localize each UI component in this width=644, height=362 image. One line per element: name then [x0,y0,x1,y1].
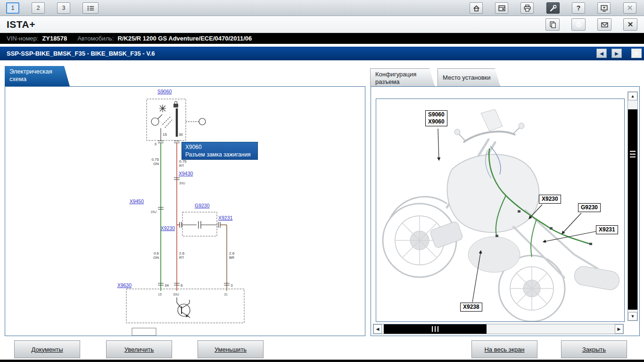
documents-button[interactable]: Документы [14,340,80,358]
close-icon: ✕ [627,20,634,29]
list-icon [87,4,95,12]
scroll-left-button[interactable]: ◀ [373,324,382,334]
tab-installation-location[interactable]: Место установки [438,68,500,86]
schematic-link-x9430[interactable]: X9430 [179,171,193,176]
vehicle-label: Автомобиль: [77,35,114,42]
toggle-view-button[interactable] [597,2,611,14]
arrow-left-icon: ◀ [376,327,380,331]
operations-list-button[interactable] [83,2,99,14]
engine-block [468,237,520,272]
wrench-icon [549,4,557,12]
workflow-tab-1-button[interactable]: 1 [6,2,19,14]
workflow-tab-2-label: 2 [37,5,40,11]
workflow-tab-3-button[interactable]: 3 [57,2,70,14]
schematic-link-s9060[interactable]: S9060 [157,89,172,94]
schematic-link-x9630[interactable]: X9630 [117,282,132,288]
callout-label: S9060 [428,111,445,118]
switch-pin-15: 15 [163,132,167,137]
scroll-right-button[interactable]: ▶ [615,324,623,334]
print-button[interactable] [520,2,534,14]
chevron-right-icon: ▶ [615,51,619,56]
document-title-bar: SSP-SSP-BIKE_BMSK_F35 - BIKE_BMSK_F35 - … [0,47,644,60]
tab-connector-configuration[interactable]: Конфигурация разъема [370,68,435,86]
tab-label: Конфигурация разъема [375,71,416,85]
transistor-symbol [177,297,190,318]
workflow-tab-2-button[interactable]: 2 [32,2,45,14]
callout-label: X9238 [463,304,479,310]
handlebar [463,132,515,142]
close-app-button-disabled[interactable]: ✕ [623,2,636,14]
tooltip-title: X9060 [185,143,254,151]
ista-screen: 1 2 3 [0,0,644,362]
settings-button[interactable] [571,18,586,31]
close-document-button[interactable]: ✕ [631,49,642,58]
service-functions-button[interactable] [546,2,560,14]
wiring-diagram: S9060 15 30 3 [5,87,365,336]
connector-x9231-symbol [218,222,220,228]
schematic-link-x9450[interactable]: X9450 [130,198,144,204]
pin-label: 30U [179,181,185,185]
horizontal-scrollbar-thumb[interactable] [384,324,487,334]
location-image: S9060 X9060 X9230 G9230 X9231 X9238 [376,99,625,322]
callout-x9238[interactable]: X9238 [460,303,482,312]
close-session-button[interactable]: ✕ [623,18,637,31]
exhaust-muffler [573,265,620,291]
mail-icon [601,21,609,29]
zoom-in-button[interactable]: Увеличить [106,340,172,358]
home-button[interactable] [470,2,483,14]
callout-g9230[interactable]: G9230 [578,203,601,212]
close-button[interactable]: Закрыть [561,340,627,358]
pin-label: 3 [231,283,233,288]
vertical-scrollbar-thumb[interactable] [628,109,637,310]
g9230-box [182,212,217,236]
wire-label: BR [229,255,234,260]
vehicle-value: R/K25/R 1200 GS Adventure/ECE/0470/2011/… [117,35,252,42]
workflow-tab-1-label: 1 [11,5,15,11]
zoom-out-button[interactable]: Уменьшить [198,340,264,358]
scroll-down-button[interactable]: ▼ [628,312,637,321]
schematic-link-x9231[interactable]: X9231 [218,215,233,221]
pin-label: 34 [165,283,169,288]
connector-pin-3: 3 [155,142,157,146]
partial-component-box [132,328,156,336]
printer-icon [523,4,531,12]
vin-label: VIN-номер: [7,35,38,42]
arrow-right-icon: ▶ [618,327,621,331]
callout-label: X9231 [599,226,615,233]
gear-icon [575,21,583,29]
switch-pin-30: 30 [179,132,183,137]
callout-x9230[interactable]: X9230 [539,195,561,204]
form-window-icon [498,4,506,12]
app-header: ISTA+ ✕ [0,16,644,33]
callout-label: X9230 [542,196,558,202]
location-panel: S9060 X9060 X9230 G9230 X9231 X9238 ▲ ▼ … [371,86,640,336]
callout-label: G9230 [581,204,598,211]
fuel-tank [447,154,539,232]
app-title: ISTA+ [7,19,35,30]
terminal-label: 30U [173,293,179,296]
close-icon: ✕ [627,4,633,12]
schematic-link-x9230[interactable]: X9230 [161,225,175,231]
callout-label: X9060 [428,118,445,125]
fullscreen-button[interactable]: На весь экран [471,340,537,358]
workflow-tab-3-label: 3 [62,5,66,11]
vehicle-details-button[interactable] [495,2,508,14]
connector-tooltip: X9060 Разъем замка зажигания [182,142,258,160]
next-document-button[interactable]: ▶ [611,49,622,58]
terminal-label: 31 [224,293,228,296]
tab-electrical-schematic[interactable]: Электрическая схема [5,66,70,86]
callout-s9060-x9060[interactable]: S9060 X9060 [425,110,447,126]
prev-document-button[interactable]: ◀ [596,49,607,58]
help-button[interactable]: ? [572,2,585,14]
callout-x9231[interactable]: X9231 [596,225,618,234]
document-title: SSP-SSP-BIKE_BMSK_F35 - BIKE_BMSK_F35 - … [7,50,155,57]
wire-label: 0.75 [179,159,187,164]
schematic-link-g9230[interactable]: G9230 [195,203,210,208]
tooltip-text: Разъем замка зажигания [185,151,254,158]
copy-document-button[interactable] [545,18,560,31]
scroll-up-button[interactable]: ▲ [628,92,637,100]
wire-label: 0.6 [154,251,159,255]
messages-button[interactable] [597,18,611,31]
home-icon [472,4,480,12]
connector-x9230-symbol [180,222,182,228]
